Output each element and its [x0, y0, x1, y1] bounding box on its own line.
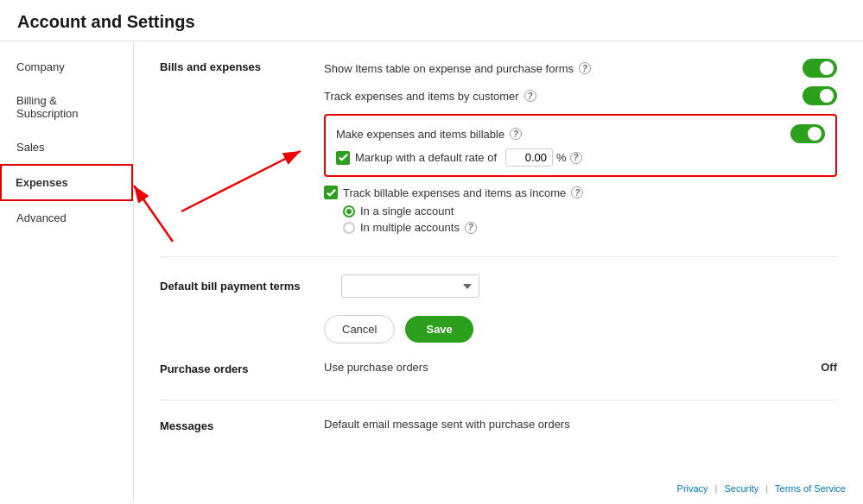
- security-link[interactable]: Security: [724, 483, 758, 494]
- show-items-table-label: Show Items table on expense and purchase…: [324, 62, 591, 75]
- bill-payment-row: Default bill payment terms Net 15 Net 30…: [160, 274, 837, 298]
- make-billable-label: Make expenses and items billable ?: [336, 128, 522, 141]
- multiple-accounts-radio[interactable]: [343, 222, 355, 234]
- multiple-accounts-help-icon[interactable]: ?: [465, 222, 477, 234]
- messages-content: Default email message sent with purchase…: [324, 418, 837, 432]
- show-items-help-icon[interactable]: ?: [579, 62, 591, 74]
- track-billable-row: Track billable expenses and items as inc…: [324, 186, 837, 199]
- sidebar-item-company[interactable]: Company: [0, 50, 133, 84]
- track-billable-label: Track billable expenses and items as inc…: [343, 186, 566, 199]
- multiple-accounts-label: In multiple accounts: [360, 221, 460, 234]
- markup-unit: %: [556, 151, 567, 164]
- bill-payment-dropdown[interactable]: Net 15 Net 30 Net 60: [341, 274, 479, 298]
- bills-expenses-label: Bills and expenses: [160, 59, 324, 239]
- track-billable-checkbox[interactable]: [324, 186, 338, 199]
- make-billable-row: Make expenses and items billable ?: [336, 124, 825, 143]
- privacy-link[interactable]: Privacy: [677, 483, 708, 494]
- purchase-orders-label: Purchase orders: [160, 361, 324, 382]
- bill-payment-label: Default bill payment terms: [160, 280, 324, 293]
- sidebar-item-advanced[interactable]: Advanced: [0, 201, 133, 235]
- page-title: Account and Settings: [0, 0, 863, 41]
- track-by-customer-row: Track expenses and items by customer ?: [324, 86, 837, 105]
- main-content: Bills and expenses Show Items table on e…: [134, 41, 863, 502]
- track-customer-toggle[interactable]: [803, 86, 837, 105]
- sidebar-item-expenses[interactable]: Expenses: [0, 164, 133, 201]
- show-items-table-row: Show Items table on expense and purchase…: [324, 59, 837, 78]
- single-account-radio[interactable]: [343, 205, 355, 217]
- markup-label: Markup with a default rate of: [355, 151, 497, 164]
- track-billable-section: Track billable expenses and items as inc…: [324, 186, 837, 234]
- track-by-customer-label: Track expenses and items by customer ?: [324, 90, 536, 103]
- bills-expenses-content: Show Items table on expense and purchase…: [324, 59, 837, 239]
- purchase-orders-value: Off: [821, 361, 837, 374]
- make-billable-toggle[interactable]: [790, 124, 825, 143]
- billable-highlight-box: Make expenses and items billable ?: [324, 114, 837, 177]
- purchase-orders-content: Use purchase orders Off: [324, 361, 837, 382]
- use-purchase-orders-row: Use purchase orders Off: [324, 361, 837, 374]
- footer: Privacy | Security | Terms of Service: [677, 483, 846, 494]
- messages-text: Default email message sent with purchase…: [324, 418, 570, 431]
- track-billable-help-icon[interactable]: ?: [571, 186, 583, 198]
- footer-sep-1: |: [715, 483, 718, 494]
- markup-checkbox[interactable]: [336, 151, 350, 165]
- buttons-row: Cancel Save: [324, 315, 837, 343]
- cancel-button[interactable]: Cancel: [324, 315, 395, 343]
- markup-help-icon[interactable]: ?: [570, 152, 582, 164]
- single-account-radio-row[interactable]: In a single account: [343, 205, 837, 217]
- terms-link[interactable]: Terms of Service: [775, 483, 846, 494]
- purchase-orders-section: Purchase orders Use purchase orders Off: [160, 361, 837, 400]
- make-billable-help-icon[interactable]: ?: [510, 128, 522, 140]
- show-items-toggle[interactable]: [803, 59, 837, 78]
- save-button[interactable]: Save: [405, 316, 473, 343]
- use-purchase-orders-label: Use purchase orders: [324, 361, 428, 374]
- messages-label: Messages: [160, 418, 324, 432]
- multiple-accounts-radio-row[interactable]: In multiple accounts ?: [343, 221, 837, 234]
- footer-sep-2: |: [765, 483, 768, 494]
- markup-row: Markup with a default rate of % ?: [336, 148, 825, 167]
- sidebar: Company Billing & Subscription Sales Exp…: [0, 41, 134, 502]
- sidebar-item-billing[interactable]: Billing & Subscription: [0, 84, 133, 130]
- single-account-label: In a single account: [360, 205, 454, 217]
- track-customer-help-icon[interactable]: ?: [524, 90, 536, 102]
- messages-section: Messages Default email message sent with…: [160, 418, 837, 450]
- sidebar-item-sales[interactable]: Sales: [0, 130, 133, 164]
- bills-expenses-section: Bills and expenses Show Items table on e…: [160, 59, 837, 257]
- markup-value-input[interactable]: [505, 148, 553, 167]
